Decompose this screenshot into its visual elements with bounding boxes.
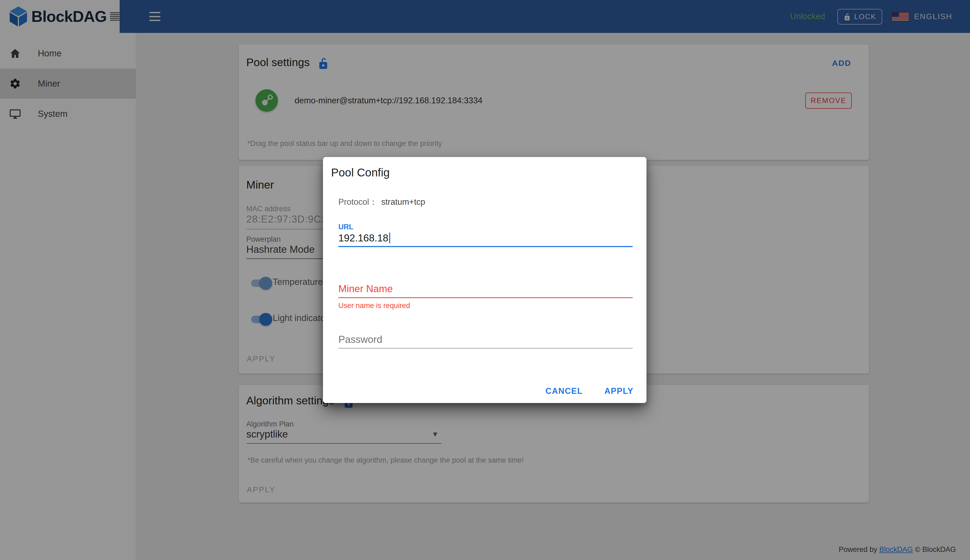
url-field-label: URL [338, 223, 353, 231]
text-cursor [389, 233, 390, 243]
url-underline [338, 246, 633, 247]
app-root: BlockDAG Unlocked LOCK ENGLISH [0, 0, 970, 560]
password-underline [338, 348, 633, 348]
protocol-label: Protocol： [338, 197, 378, 207]
url-input[interactable]: 192.168.18 [338, 233, 390, 244]
protocol-value: stratum+tcp [381, 197, 425, 207]
miner-name-input[interactable]: Miner Name [338, 283, 393, 295]
protocol-row: Protocol：stratum+tcp [338, 197, 425, 208]
apply-button[interactable]: APPLY [600, 383, 637, 399]
password-input[interactable]: Password [338, 334, 382, 345]
dialog-title: Pool Config [331, 166, 390, 179]
cancel-button[interactable]: CANCEL [542, 383, 587, 399]
miner-name-error: User name is required [338, 302, 410, 310]
pool-config-dialog: Pool Config Protocol：stratum+tcp URL 192… [323, 157, 647, 403]
dialog-actions: CANCEL APPLY [542, 383, 637, 399]
miner-name-underline [338, 297, 633, 298]
